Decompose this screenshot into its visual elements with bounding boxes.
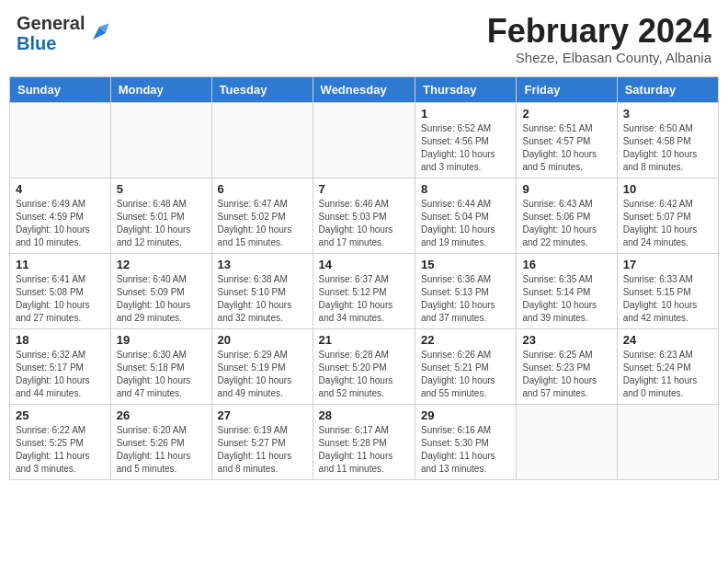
day-number: 19 bbox=[117, 333, 206, 347]
table-row: 9Sunrise: 6:43 AM Sunset: 5:06 PM Daylig… bbox=[517, 178, 617, 253]
day-info: Sunrise: 6:28 AM Sunset: 5:20 PM Dayligh… bbox=[319, 349, 409, 400]
table-row: 15Sunrise: 6:36 AM Sunset: 5:13 PM Dayli… bbox=[415, 253, 517, 328]
day-info: Sunrise: 6:19 AM Sunset: 5:27 PM Dayligh… bbox=[218, 424, 307, 476]
calendar-week-row: 4Sunrise: 6:49 AM Sunset: 4:59 PM Daylig… bbox=[10, 178, 719, 253]
month-year: February 2024 bbox=[487, 13, 711, 50]
day-number: 26 bbox=[117, 408, 206, 422]
day-number: 21 bbox=[319, 333, 409, 347]
day-number: 5 bbox=[117, 182, 206, 196]
table-row: 19Sunrise: 6:30 AM Sunset: 5:18 PM Dayli… bbox=[110, 328, 211, 404]
table-row bbox=[10, 102, 111, 178]
day-number: 7 bbox=[319, 182, 409, 196]
day-info: Sunrise: 6:25 AM Sunset: 5:23 PM Dayligh… bbox=[522, 349, 610, 400]
day-info: Sunrise: 6:22 AM Sunset: 5:25 PM Dayligh… bbox=[16, 424, 105, 476]
day-number: 1 bbox=[421, 107, 510, 121]
day-number: 24 bbox=[623, 333, 712, 347]
table-row: 25Sunrise: 6:22 AM Sunset: 5:25 PM Dayli… bbox=[10, 404, 111, 479]
day-info: Sunrise: 6:36 AM Sunset: 5:13 PM Dayligh… bbox=[421, 273, 510, 325]
day-info: Sunrise: 6:29 AM Sunset: 5:19 PM Dayligh… bbox=[218, 349, 307, 400]
table-row: 20Sunrise: 6:29 AM Sunset: 5:19 PM Dayli… bbox=[211, 328, 313, 404]
day-info: Sunrise: 6:44 AM Sunset: 5:04 PM Dayligh… bbox=[421, 198, 510, 249]
day-number: 4 bbox=[16, 182, 105, 196]
day-info: Sunrise: 6:47 AM Sunset: 5:02 PM Dayligh… bbox=[218, 198, 307, 249]
day-number: 18 bbox=[16, 333, 105, 347]
logo-general: General bbox=[17, 13, 85, 33]
day-number: 2 bbox=[522, 107, 610, 121]
day-number: 9 bbox=[522, 182, 610, 196]
day-number: 8 bbox=[421, 182, 510, 196]
logo-bird-icon bbox=[86, 20, 112, 46]
table-row bbox=[110, 102, 211, 178]
day-info: Sunrise: 6:42 AM Sunset: 5:07 PM Dayligh… bbox=[623, 198, 712, 249]
table-row: 1Sunrise: 6:52 AM Sunset: 4:56 PM Daylig… bbox=[415, 102, 517, 178]
day-info: Sunrise: 6:48 AM Sunset: 5:01 PM Dayligh… bbox=[117, 198, 206, 249]
table-row: 11Sunrise: 6:41 AM Sunset: 5:08 PM Dayli… bbox=[10, 253, 111, 328]
calendar-table: Sunday Monday Tuesday Wednesday Thursday… bbox=[9, 76, 719, 480]
logo-blue: Blue bbox=[17, 33, 56, 53]
table-row bbox=[313, 102, 415, 178]
table-row: 2Sunrise: 6:51 AM Sunset: 4:57 PM Daylig… bbox=[517, 102, 617, 178]
day-number: 20 bbox=[218, 333, 307, 347]
day-info: Sunrise: 6:37 AM Sunset: 5:12 PM Dayligh… bbox=[319, 273, 409, 325]
calendar-week-row: 1Sunrise: 6:52 AM Sunset: 4:56 PM Daylig… bbox=[10, 102, 719, 178]
table-row bbox=[211, 102, 313, 178]
day-number: 13 bbox=[218, 258, 307, 271]
logo: General Blue bbox=[17, 13, 112, 53]
day-number: 28 bbox=[319, 408, 409, 422]
day-number: 6 bbox=[218, 182, 307, 196]
day-info: Sunrise: 6:35 AM Sunset: 5:14 PM Dayligh… bbox=[522, 273, 610, 325]
table-row: 10Sunrise: 6:42 AM Sunset: 5:07 PM Dayli… bbox=[617, 178, 718, 253]
day-info: Sunrise: 6:40 AM Sunset: 5:09 PM Dayligh… bbox=[117, 273, 206, 325]
day-number: 23 bbox=[522, 333, 610, 347]
header-saturday: Saturday bbox=[617, 76, 718, 102]
table-row: 7Sunrise: 6:46 AM Sunset: 5:03 PM Daylig… bbox=[313, 178, 415, 253]
day-number: 3 bbox=[623, 107, 712, 121]
day-info: Sunrise: 6:26 AM Sunset: 5:21 PM Dayligh… bbox=[421, 349, 510, 400]
day-number: 29 bbox=[421, 408, 510, 422]
calendar-week-row: 18Sunrise: 6:32 AM Sunset: 5:17 PM Dayli… bbox=[10, 328, 719, 404]
day-info: Sunrise: 6:43 AM Sunset: 5:06 PM Dayligh… bbox=[522, 198, 610, 249]
table-row: 4Sunrise: 6:49 AM Sunset: 4:59 PM Daylig… bbox=[10, 178, 111, 253]
day-info: Sunrise: 6:30 AM Sunset: 5:18 PM Dayligh… bbox=[117, 349, 206, 400]
calendar-week-row: 11Sunrise: 6:41 AM Sunset: 5:08 PM Dayli… bbox=[10, 253, 719, 328]
day-number: 11 bbox=[16, 258, 105, 271]
day-info: Sunrise: 6:52 AM Sunset: 4:56 PM Dayligh… bbox=[421, 122, 510, 174]
table-row: 26Sunrise: 6:20 AM Sunset: 5:26 PM Dayli… bbox=[110, 404, 211, 479]
day-number: 10 bbox=[623, 182, 712, 196]
table-row: 21Sunrise: 6:28 AM Sunset: 5:20 PM Dayli… bbox=[313, 328, 415, 404]
day-info: Sunrise: 6:23 AM Sunset: 5:24 PM Dayligh… bbox=[623, 349, 712, 400]
table-row: 16Sunrise: 6:35 AM Sunset: 5:14 PM Dayli… bbox=[517, 253, 617, 328]
table-row: 23Sunrise: 6:25 AM Sunset: 5:23 PM Dayli… bbox=[517, 328, 617, 404]
day-info: Sunrise: 6:50 AM Sunset: 4:58 PM Dayligh… bbox=[623, 122, 712, 174]
day-info: Sunrise: 6:41 AM Sunset: 5:08 PM Dayligh… bbox=[16, 273, 105, 325]
page-header: General Blue February 2024 Sheze, Elbasa… bbox=[9, 9, 719, 69]
header-monday: Monday bbox=[110, 76, 211, 102]
table-row: 6Sunrise: 6:47 AM Sunset: 5:02 PM Daylig… bbox=[211, 178, 313, 253]
table-row: 18Sunrise: 6:32 AM Sunset: 5:17 PM Dayli… bbox=[10, 328, 111, 404]
header-sunday: Sunday bbox=[10, 76, 111, 102]
day-number: 16 bbox=[522, 258, 610, 271]
table-row bbox=[617, 404, 718, 479]
table-row: 24Sunrise: 6:23 AM Sunset: 5:24 PM Dayli… bbox=[617, 328, 718, 404]
day-number: 25 bbox=[16, 408, 105, 422]
day-info: Sunrise: 6:17 AM Sunset: 5:28 PM Dayligh… bbox=[319, 424, 409, 476]
calendar-week-row: 25Sunrise: 6:22 AM Sunset: 5:25 PM Dayli… bbox=[10, 404, 719, 479]
table-row: 17Sunrise: 6:33 AM Sunset: 5:15 PM Dayli… bbox=[617, 253, 718, 328]
day-number: 15 bbox=[421, 258, 510, 271]
table-row: 22Sunrise: 6:26 AM Sunset: 5:21 PM Dayli… bbox=[415, 328, 517, 404]
day-number: 14 bbox=[319, 258, 409, 271]
table-row: 13Sunrise: 6:38 AM Sunset: 5:10 PM Dayli… bbox=[211, 253, 313, 328]
day-info: Sunrise: 6:46 AM Sunset: 5:03 PM Dayligh… bbox=[319, 198, 409, 249]
table-row: 29Sunrise: 6:16 AM Sunset: 5:30 PM Dayli… bbox=[415, 404, 517, 479]
title-section: February 2024 Sheze, Elbasan County, Alb… bbox=[487, 13, 711, 65]
day-number: 27 bbox=[218, 408, 307, 422]
table-row: 8Sunrise: 6:44 AM Sunset: 5:04 PM Daylig… bbox=[415, 178, 517, 253]
day-info: Sunrise: 6:32 AM Sunset: 5:17 PM Dayligh… bbox=[16, 349, 105, 400]
day-info: Sunrise: 6:51 AM Sunset: 4:57 PM Dayligh… bbox=[522, 122, 610, 174]
day-number: 22 bbox=[421, 333, 510, 347]
header-thursday: Thursday bbox=[415, 76, 517, 102]
table-row: 12Sunrise: 6:40 AM Sunset: 5:09 PM Dayli… bbox=[110, 253, 211, 328]
table-row: 3Sunrise: 6:50 AM Sunset: 4:58 PM Daylig… bbox=[617, 102, 718, 178]
day-number: 17 bbox=[623, 258, 712, 271]
table-row: 14Sunrise: 6:37 AM Sunset: 5:12 PM Dayli… bbox=[313, 253, 415, 328]
